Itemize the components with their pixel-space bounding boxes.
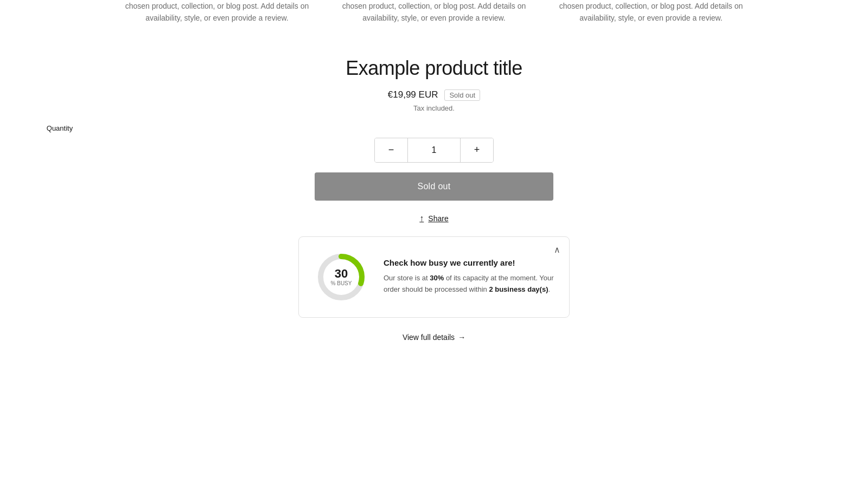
quantity-wrapper: − 1 + (374, 138, 494, 163)
sold-out-badge: Sold out (444, 89, 480, 101)
busy-days-bold: 2 business day(s) (489, 285, 548, 293)
busy-desc-suffix: . (548, 285, 551, 293)
busy-percent-bold: 30% (430, 274, 444, 282)
busy-info: Check how busy we currently are! Our sto… (384, 258, 554, 296)
busy-desc-prefix: Our store is at (384, 274, 430, 282)
quantity-value: 1 (407, 138, 461, 162)
top-columns: chosen product, collection, or blog post… (0, 0, 868, 24)
price-row: €19,99 EUR Sold out (388, 89, 480, 101)
top-col-3: chosen product, collection, or blog post… (542, 0, 760, 24)
product-price: €19,99 EUR (388, 89, 438, 100)
sold-out-button: Sold out (315, 172, 553, 201)
share-icon: ↑ (419, 214, 424, 223)
quantity-control: − 1 + (374, 138, 494, 163)
busy-widget: ∧ 30 % BUSY Check how busy we currently (298, 236, 570, 318)
page-wrapper: chosen product, collection, or blog post… (0, 0, 868, 488)
top-col-1: chosen product, collection, or blog post… (108, 0, 326, 24)
decrease-button[interactable]: − (375, 138, 407, 162)
top-col-1-text: chosen product, collection, or blog post… (125, 2, 309, 22)
donut-chart: 30 % BUSY (314, 250, 368, 304)
top-col-2: chosen product, collection, or blog post… (326, 0, 542, 24)
increase-button[interactable]: + (461, 138, 493, 162)
busy-description: Our store is at 30% of its capacity at t… (384, 273, 554, 296)
product-section: Example product title €19,99 EUR Sold ou… (0, 57, 868, 374)
view-details-arrow: → (458, 333, 465, 342)
busy-title: Check how busy we currently are! (384, 258, 554, 267)
top-col-3-text: chosen product, collection, or blog post… (559, 2, 743, 22)
collapse-button[interactable]: ∧ (554, 245, 560, 255)
view-full-details-link[interactable]: View full details → (403, 333, 465, 342)
view-details-label: View full details (403, 333, 455, 342)
top-col-2-text: chosen product, collection, or blog post… (342, 2, 526, 22)
tax-info: Tax included. (413, 104, 455, 112)
product-title: Example product title (346, 57, 522, 80)
quantity-label: Quantity (0, 124, 119, 132)
share-row[interactable]: ↑ Share (419, 214, 448, 223)
share-label: Share (428, 214, 448, 223)
